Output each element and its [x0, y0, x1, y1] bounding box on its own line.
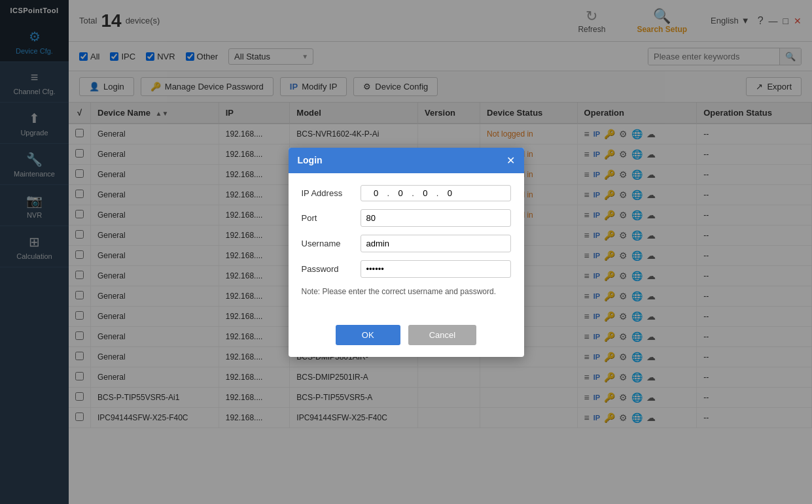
ip-octet-1[interactable] [366, 188, 386, 198]
port-row: Port [302, 209, 511, 227]
dialog-body: IP Address . . . Port Username [289, 173, 524, 318]
port-label: Port [302, 213, 361, 223]
dialog-overlay: Login ✕ IP Address . . . Port [0, 0, 812, 504]
dialog-note: Note: Please enter the correct username … [302, 286, 511, 297]
cancel-button[interactable]: Cancel [408, 325, 476, 345]
login-dialog: Login ✕ IP Address . . . Port [289, 148, 524, 357]
password-input[interactable] [361, 260, 511, 278]
ip-octet-3[interactable] [415, 188, 435, 198]
ip-address-input-group: . . . [361, 185, 511, 201]
ip-address-label: IP Address [302, 188, 361, 198]
username-row: Username [302, 235, 511, 252]
ip-address-row: IP Address . . . [302, 185, 511, 201]
dialog-header: Login ✕ [289, 148, 524, 173]
dialog-footer: OK Cancel [289, 318, 524, 357]
ok-button[interactable]: OK [336, 325, 400, 345]
ip-octet-2[interactable] [391, 188, 410, 198]
dialog-title: Login [298, 155, 323, 165]
password-label: Password [302, 264, 361, 274]
password-row: Password [302, 260, 511, 278]
dialog-close-button[interactable]: ✕ [506, 154, 515, 167]
username-label: Username [302, 239, 361, 248]
ip-octet-4[interactable] [440, 188, 459, 198]
username-input[interactable] [361, 235, 511, 252]
port-input[interactable] [361, 209, 511, 227]
